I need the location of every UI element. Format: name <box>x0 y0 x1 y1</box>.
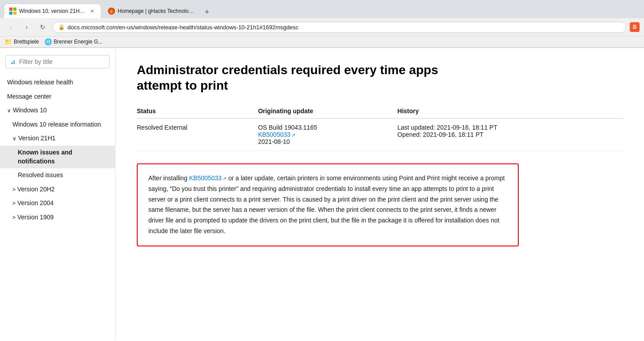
highlighted-description-box: After installing KB5005033↗ or a later u… <box>137 163 519 246</box>
sidebar-label: Windows 10 release information <box>12 121 101 128</box>
cell-history: Last updated: 2021-09-16, 18:11 PT Opene… <box>398 119 623 151</box>
tab-inactive[interactable]: g Homepage | gHacks Technology News <box>102 4 200 18</box>
sidebar-label: Windows release health <box>7 79 73 86</box>
sidebar-item-windows-10-release-info[interactable]: Windows 10 release information <box>0 118 115 132</box>
sidebar-label: Known issues and notifications <box>18 149 72 165</box>
tab-title-active: Windows 10, version 21H1 | Micro... <box>19 8 86 14</box>
browser-chrome: Windows 10, version 21H1 | Micro... ✕ g … <box>0 0 644 48</box>
tab-active[interactable]: Windows 10, version 21H1 | Micro... ✕ <box>4 4 101 18</box>
ms-favicon <box>9 8 16 15</box>
col-header-update: Originating update <box>258 104 398 119</box>
sidebar-item-version-2004[interactable]: >Version 2004 <box>0 196 115 210</box>
sidebar-label: Resolved issues <box>18 171 63 178</box>
sidebar-label: Version 1909 <box>17 214 54 221</box>
update-kb-link[interactable]: KB5005033 <box>258 131 290 138</box>
sidebar-label: Windows 10 <box>13 107 47 114</box>
history-opened: Opened: 2021-09-16, 18:11 PT <box>398 131 616 138</box>
new-tab-button[interactable]: + <box>201 6 213 18</box>
bookmark-brettspiele[interactable]: 📁 Brettspiele <box>4 38 39 45</box>
sidebar: ⊿ Windows release health Message center … <box>0 48 115 340</box>
filter-icon: ⊿ <box>10 58 16 65</box>
brave-icon[interactable]: B <box>630 22 640 32</box>
cell-update: OS Build 19043.1165 KB5005033↗ 2021-08-1… <box>258 119 398 151</box>
sidebar-item-known-issues[interactable]: Known issues and notifications <box>0 146 115 168</box>
col-header-history: History <box>398 104 623 119</box>
bookmark-label: Brettspiele <box>14 39 39 45</box>
sidebar-nav: Windows release health Message center ∨W… <box>0 75 115 225</box>
update-date: 2021-08-10 <box>258 138 390 145</box>
body-text: or a later update, certain printers in s… <box>148 174 505 234</box>
filter-box[interactable]: ⊿ <box>5 55 110 68</box>
sidebar-item-version-20h2[interactable]: >Version 20H2 <box>0 182 115 197</box>
sidebar-item-resolved-issues[interactable]: Resolved issues <box>0 168 115 182</box>
info-table: Status Originating update History Resolv… <box>137 104 623 151</box>
sidebar-label: Version 21H1 <box>18 135 56 142</box>
sidebar-item-version-1909[interactable]: >Version 1909 <box>0 210 115 225</box>
body-prefix: After installing <box>148 174 189 182</box>
bookmark-brenner[interactable]: 🌐 Brenner Energie G... <box>44 38 103 45</box>
body-external-icon: ↗ <box>223 176 227 181</box>
table-row: Resolved External OS Build 19043.1165 KB… <box>137 119 623 151</box>
tab-title-inactive: Homepage | gHacks Technology News <box>118 8 194 14</box>
tab-bar: Windows 10, version 21H1 | Micro... ✕ g … <box>0 0 644 18</box>
cell-status: Resolved External <box>137 119 258 151</box>
bookmark-label-2: Brenner Energie G... <box>54 39 103 45</box>
sidebar-item-version-21h1[interactable]: ∨Version 21H1 <box>0 131 115 146</box>
external-link-icon: ↗ <box>291 132 295 138</box>
filter-input[interactable] <box>19 58 105 65</box>
tab-close-active[interactable]: ✕ <box>88 8 95 15</box>
update-build: OS Build 19043.1165 <box>258 124 390 131</box>
history-updated: Last updated: 2021-09-16, 18:11 PT <box>398 124 616 131</box>
ghacks-favicon: g <box>108 8 115 15</box>
body-kb-link[interactable]: KB5005033 <box>189 174 222 182</box>
sidebar-label: Version 20H2 <box>17 186 55 193</box>
chevron-right-icon-2004: > <box>12 200 16 206</box>
sidebar-item-message-center[interactable]: Message center <box>0 90 115 104</box>
article-title: Administrator credentials required every… <box>137 62 448 93</box>
bookmarks-bar: 📁 Brettspiele 🌐 Brenner Energie G... <box>0 36 644 48</box>
folder-icon: 📁 <box>4 38 12 45</box>
reload-button[interactable]: ↻ <box>36 21 49 33</box>
body-paragraph: After installing KB5005033↗ or a later u… <box>148 173 507 237</box>
address-text: docs.microsoft.com/en-us/windows/release… <box>68 24 620 31</box>
globe-icon: 🌐 <box>44 38 52 45</box>
sidebar-item-windows-release-health[interactable]: Windows release health <box>0 75 115 90</box>
lock-icon: 🔒 <box>58 24 65 30</box>
address-bar[interactable]: 🔒 docs.microsoft.com/en-us/windows/relea… <box>52 22 626 33</box>
chevron-right-icon-1909: > <box>12 214 16 221</box>
sidebar-label: Message center <box>7 93 52 100</box>
page-layout: ⊿ Windows release health Message center … <box>0 48 644 340</box>
chevron-right-icon-20h2: > <box>12 186 16 193</box>
col-header-status: Status <box>137 104 258 119</box>
forward-button[interactable]: › <box>20 21 33 33</box>
back-button[interactable]: ‹ <box>4 21 17 33</box>
chevron-down-icon: ∨ <box>7 107 11 114</box>
sidebar-item-windows-10[interactable]: ∨Windows 10 <box>0 103 115 118</box>
nav-bar: ‹ › ↻ 🔒 docs.microsoft.com/en-us/windows… <box>0 18 644 36</box>
chevron-down-icon-v21h1: ∨ <box>12 135 16 142</box>
main-content: Administrator credentials required every… <box>115 48 644 340</box>
sidebar-label: Version 2004 <box>17 199 54 206</box>
